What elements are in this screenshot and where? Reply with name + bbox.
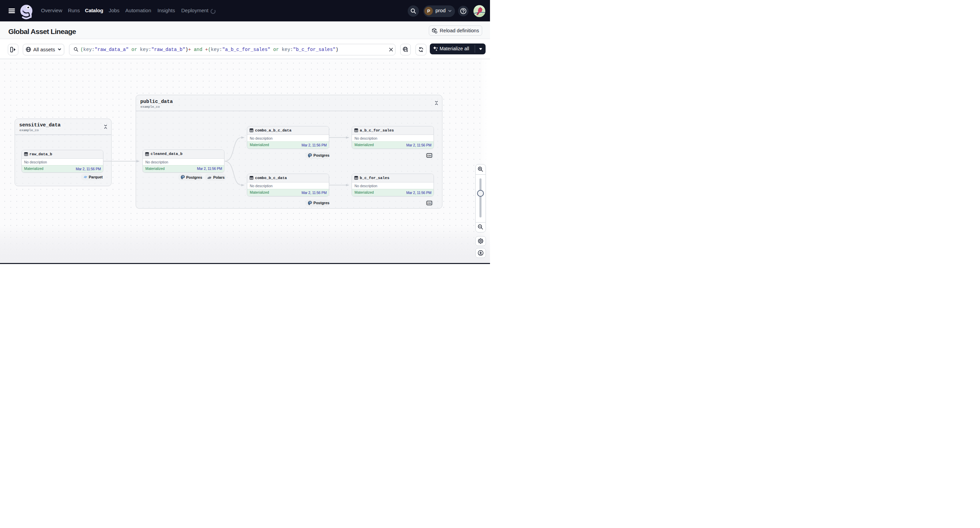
svg-text:CSV: CSV xyxy=(428,202,431,204)
svg-text:CSV: CSV xyxy=(428,155,431,157)
